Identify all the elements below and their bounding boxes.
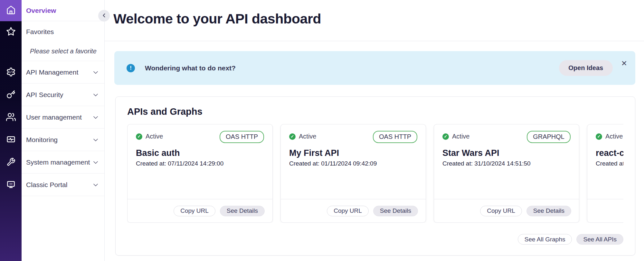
page-header: Welcome to your API dashboard: [105, 0, 644, 41]
api-card-title: react-co: [596, 148, 623, 158]
star-icon: [6, 27, 16, 38]
status-active-icon: ✓: [136, 133, 142, 140]
chevron-down-icon: [93, 92, 98, 98]
chevron-down-icon: [93, 69, 98, 75]
api-card-my-first-api[interactable]: OAS HTTP ✓ Active My First API Created a…: [280, 124, 426, 223]
sidebar-item-favorites[interactable]: Favorites: [26, 28, 98, 36]
wrench-icon: [6, 158, 15, 168]
chevron-down-icon: [93, 159, 98, 165]
info-banner: ! Wondering what to do next? Open Ideas …: [114, 51, 635, 85]
api-card-created-at: Created at: 07/11/2024 14:29:00: [136, 160, 264, 167]
key-icon: [6, 90, 15, 100]
sidebar-item-monitoring[interactable]: Monitoring: [22, 129, 104, 151]
api-card-title: Star Wars API: [442, 148, 571, 158]
rail-item-api-management[interactable]: </>: [0, 68, 22, 78]
api-card-created-at: Created at: 01/11/2024 09:42:09: [289, 160, 417, 167]
see-details-button[interactable]: See Details: [526, 206, 571, 216]
api-card-created-at: Created at:: [596, 160, 623, 167]
gear-code-icon: </>: [6, 67, 16, 78]
chevron-down-icon: [93, 114, 98, 120]
status-active-icon: ✓: [596, 133, 602, 140]
api-type-badge: OAS HTTP: [373, 131, 417, 143]
see-all-graphs-button[interactable]: See All Graphs: [518, 234, 572, 245]
home-icon: [6, 5, 16, 16]
monitor-pulse-icon: [6, 135, 16, 146]
see-all-apis-button[interactable]: See All APIs: [576, 234, 623, 245]
open-ideas-button[interactable]: Open Ideas: [559, 60, 613, 76]
main-content: Welcome to your API dashboard ! Wonderin…: [105, 0, 644, 261]
api-card-created-at: Created at: 31/10/2024 14:51:50: [442, 160, 571, 167]
rail-item-favorites[interactable]: [0, 27, 22, 37]
api-card-star-wars-api[interactable]: GRAPHQL ✓ Active Star Wars API Created a…: [434, 124, 579, 223]
sidebar-item-classic-portal[interactable]: Classic Portal: [22, 174, 104, 196]
sidebar-item-label: API Security: [26, 91, 63, 99]
info-icon: !: [127, 64, 135, 72]
sidebar-item-label: Overview: [26, 7, 56, 14]
panel-heading: APIs and Graphs: [116, 97, 635, 117]
sidebar-item-system-management[interactable]: System management: [22, 151, 104, 174]
status-label: Active: [452, 133, 469, 140]
api-card-basic-auth[interactable]: OAS HTTP ✓ Active Basic auth Created at:…: [127, 124, 273, 223]
sidebar-item-label: API Management: [26, 68, 78, 76]
panel-footer: See All Graphs See All APIs: [518, 234, 623, 245]
apis-and-graphs-panel: APIs and Graphs OAS HTTP ✓ Active Basic …: [115, 96, 635, 256]
banner-text: Wondering what to do next?: [145, 64, 236, 72]
sidebar-item-label: Monitoring: [26, 136, 58, 144]
users-icon: [6, 112, 16, 123]
sidebar-collapse-button[interactable]: [98, 10, 110, 22]
sidebar-item-label: User management: [26, 113, 82, 121]
icon-rail: </> <>: [0, 0, 22, 261]
close-icon[interactable]: ✕: [621, 60, 627, 67]
rail-item-monitoring[interactable]: [0, 135, 22, 145]
chevron-down-icon: [93, 137, 98, 143]
rail-item-api-security[interactable]: [0, 90, 22, 100]
svg-text:<>: <>: [9, 182, 13, 185]
status-label: Active: [299, 133, 316, 140]
sidebar: Overview Favorites Please select a favor…: [22, 0, 105, 261]
sidebar-item-label: System management: [26, 158, 90, 166]
chevron-left-icon: [102, 13, 106, 19]
see-details-button[interactable]: See Details: [220, 206, 265, 216]
sidebar-item-api-management[interactable]: API Management: [22, 61, 104, 84]
see-details-button[interactable]: See Details: [373, 206, 418, 216]
rail-item-system-management[interactable]: [0, 158, 22, 168]
api-cards-row: OAS HTTP ✓ Active Basic auth Created at:…: [127, 124, 623, 223]
api-type-badge: GRAPHQL: [527, 131, 571, 143]
status-label: Active: [605, 133, 623, 140]
copy-url-button[interactable]: Copy URL: [480, 206, 522, 216]
svg-text:</>: </>: [8, 70, 13, 74]
api-dashboard-app: </> <>: [0, 0, 644, 261]
sidebar-item-api-security[interactable]: API Security: [22, 84, 104, 106]
sidebar-favorites-block: Favorites Please select a favorite: [22, 21, 104, 61]
status-active-icon: ✓: [442, 133, 449, 140]
screen-code-icon: <>: [6, 180, 16, 191]
rail-item-user-management[interactable]: [0, 113, 22, 123]
api-card-title: My First API: [289, 148, 417, 158]
api-type-badge: OAS HTTP: [220, 131, 264, 143]
api-card-react-co[interactable]: ✓ Active react-co Created at: Copy URL S…: [587, 124, 623, 223]
rail-item-overview[interactable]: [0, 0, 22, 21]
api-card-title: Basic auth: [136, 148, 264, 158]
sidebar-item-user-management[interactable]: User management: [22, 106, 104, 129]
sidebar-item-label: Classic Portal: [26, 181, 67, 189]
sidebar-item-overview[interactable]: Overview: [22, 0, 104, 21]
status-active-icon: ✓: [289, 133, 296, 140]
rail-item-classic-portal[interactable]: <>: [0, 180, 22, 190]
chevron-down-icon: [93, 182, 98, 188]
copy-url-button[interactable]: Copy URL: [174, 206, 215, 216]
status-label: Active: [146, 133, 163, 140]
page-title: Welcome to your API dashboard: [113, 11, 644, 27]
favorites-hint: Please select a favorite: [30, 48, 98, 55]
copy-url-button[interactable]: Copy URL: [327, 206, 369, 216]
